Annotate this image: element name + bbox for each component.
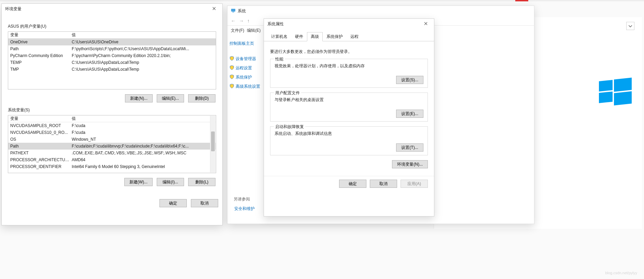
cancel-button[interactable]: 取消 (191, 199, 218, 207)
cell-var-value: F:\pycharm\PyCharm Community Edition 202… (70, 53, 216, 58)
tab-hardware[interactable]: 硬件 (291, 32, 307, 41)
svg-rect-1 (232, 12, 234, 12)
watermark-text: blog.csdn.net/pylyy (605, 271, 637, 275)
scrollbar[interactable] (210, 116, 215, 172)
cancel-button[interactable]: 取消 (370, 180, 397, 188)
cell-var-name: PROCESSOR_ARCHITECTURE (8, 157, 70, 162)
ok-button[interactable]: 确定 (159, 199, 187, 207)
cell-var-value: F:\python\Scripts\;F:\python\;C:\Users\A… (70, 46, 216, 51)
tab-computer-name[interactable]: 计算机名 (267, 32, 291, 41)
cell-var-name: Path (8, 144, 70, 149)
sidebar-link-device-manager[interactable]: 设备管理器 (229, 54, 263, 64)
user-edit-button[interactable]: 编辑(E)... (157, 94, 184, 102)
nav-up-button[interactable]: ↑ (247, 18, 250, 24)
table-header-row: 变量 值 (8, 32, 216, 39)
close-icon (212, 6, 216, 11)
cell-var-value: .COM;.EXE;.BAT;.CMD;.VBS;.VBE;.JS;.JSE;.… (70, 151, 216, 155)
cell-var-name: NVCUDASAMPLES10_0_RO... (8, 130, 70, 135)
close-button[interactable] (420, 20, 432, 28)
close-icon (424, 22, 428, 26)
table-row[interactable]: NVCUDASAMPLES10_0_RO...F:\cuda (8, 129, 216, 136)
dialog-title: 环境变量 (5, 6, 22, 12)
cell-var-value: Intel64 Family 6 Model 60 Stepping 3, Ge… (70, 164, 216, 169)
table-row[interactable]: TMPC:\Users\ASUS\AppData\Local\Temp (8, 66, 216, 73)
cell-var-value: AMD64 (70, 157, 216, 162)
tab-system-protection[interactable]: 系统保护 (323, 32, 347, 41)
user-delete-button[interactable]: 删除(D) (188, 94, 215, 102)
group-legend: 性能 (274, 56, 285, 62)
cell-var-value: C:\Users\ASUS\AppData\Local\Temp (70, 60, 216, 65)
user-profile-settings-button[interactable]: 设置(E)... (396, 110, 423, 118)
dropdown-button[interactable] (626, 22, 634, 30)
shield-icon (229, 65, 234, 71)
cell-var-name: TEMP (8, 60, 70, 65)
table-row[interactable]: OneDriveC:\Users\ASUS\OneDrive (8, 39, 216, 45)
dialog-button-row: 确定 取消 应用(A) (264, 176, 434, 191)
cell-var-name: OS (8, 137, 70, 142)
col-value-header[interactable]: 值 (70, 32, 216, 38)
col-name-header[interactable]: 变量 (8, 116, 70, 122)
window-title: 系统 (238, 8, 246, 14)
nav-forward-button[interactable]: → (239, 18, 244, 24)
table-row[interactable]: PROCESSOR_ARCHITECTUREAMD64 (8, 156, 216, 163)
group-desc: 视觉效果，处理器计划，内存使用，以及虚拟内存 (275, 63, 423, 69)
table-row[interactable]: PathF:\python\Scripts\;F:\python\;C:\Use… (8, 45, 216, 52)
col-name-header[interactable]: 变量 (8, 32, 70, 38)
group-legend: 启动和故障恢复 (274, 124, 305, 130)
system-vars-label: 系统变量(S) (8, 107, 216, 113)
system-new-button[interactable]: 新建(W)... (124, 178, 153, 186)
table-row[interactable]: PROCESSOR_IDENTIFIERIntel64 Family 6 Mod… (8, 163, 216, 170)
cell-var-name: PROCESSOR_IDENTIFIER (8, 164, 70, 169)
cell-var-name: NVCUDASAMPLES_ROOT (8, 123, 70, 128)
admin-note: 要进行大多数更改，您必须作为管理员登录。 (270, 49, 428, 55)
ok-button[interactable]: 确定 (339, 180, 366, 188)
cell-var-value: F:\cuda\bin;F:\cuda\libnvvp;F:\cuda\incl… (70, 144, 216, 149)
user-profile-group: 用户配置文件 与登录帐户相关的桌面设置 设置(E)... (270, 93, 428, 122)
apply-button[interactable]: 应用(A) (401, 180, 428, 188)
menu-file[interactable]: 文件(F) (231, 28, 244, 33)
sidebar-link-advanced-system-settings[interactable]: 高级系统设置 (229, 82, 263, 91)
shield-icon (229, 84, 234, 89)
system-delete-button[interactable]: 删除(L) (188, 178, 215, 186)
sidebar-link-system-protection[interactable]: 系统保护 (229, 73, 263, 82)
see-also-section: 另请参阅 安全和维护 (234, 196, 255, 213)
user-new-button[interactable]: 新建(N)... (125, 94, 153, 102)
system-properties-dialog: 系统属性 计算机名 硬件 高级 系统保护 远程 要进行大多数更改，您必须作为管理… (264, 18, 434, 217)
system-vars-table[interactable]: 变量 值 NVCUDASAMPLES_ROOTF:\cudaNVCUDASAMP… (8, 115, 216, 173)
computer-icon (231, 8, 236, 14)
cell-var-value: C:\Users\ASUS\AppData\Local\Temp (70, 67, 216, 72)
user-vars-label: ASUS 的用户变量(U) (8, 24, 216, 29)
environment-variables-dialog: 环境变量 ASUS 的用户变量(U) 变量 值 OneDriveC:\Users… (1, 3, 223, 225)
table-row[interactable]: PathF:\cuda\bin;F:\cuda\libnvvp;F:\cuda\… (8, 143, 216, 150)
dialog-title: 系统属性 (267, 21, 284, 27)
sidebar-home-link[interactable]: 控制面板主页 (229, 39, 263, 48)
cell-var-value: C:\Users\ASUS\OneDrive (70, 40, 216, 44)
system-edit-button[interactable]: 编辑(I)... (157, 178, 184, 186)
sidebar-link-remote-settings[interactable]: 远程设置 (229, 64, 263, 73)
user-vars-table[interactable]: 变量 值 OneDriveC:\Users\ASUS\OneDrivePathF… (8, 31, 216, 89)
table-header-row: 变量 值 (8, 115, 216, 122)
col-value-header[interactable]: 值 (70, 116, 216, 122)
startup-settings-button[interactable]: 设置(T)... (396, 143, 423, 152)
cell-var-name: TMP (8, 67, 70, 72)
see-also-link-security[interactable]: 安全和维护 (234, 204, 255, 213)
scrollbar-thumb[interactable] (211, 131, 215, 151)
top-strip (0, 0, 644, 1)
shield-icon (229, 74, 234, 80)
table-row[interactable]: OSWindows_NT (8, 136, 216, 143)
close-button[interactable] (208, 5, 220, 13)
table-row[interactable]: NVCUDASAMPLES_ROOTF:\cuda (8, 122, 216, 129)
table-row[interactable]: PyCharm Community EditionF:\pycharm\PyCh… (8, 52, 216, 59)
environment-variables-button[interactable]: 环境变量(N)... (392, 160, 428, 168)
cell-var-name: OneDrive (8, 40, 70, 44)
tab-remote[interactable]: 远程 (347, 32, 362, 41)
cell-var-name: PATHEXT (8, 151, 70, 155)
table-row[interactable]: PATHEXT.COM;.EXE;.BAT;.CMD;.VBS;.VBE;.JS… (8, 150, 216, 156)
tab-advanced[interactable]: 高级 (307, 32, 323, 41)
nav-back-button[interactable]: ← (231, 18, 236, 24)
sidebar: 控制面板主页 设备管理器 远程设置 系统保护 (227, 36, 265, 95)
svg-rect-0 (231, 9, 235, 11)
menu-edit[interactable]: 编辑(E) (247, 28, 261, 33)
table-row[interactable]: TEMPC:\Users\ASUS\AppData\Local\Temp (8, 59, 216, 66)
performance-settings-button[interactable]: 设置(S)... (396, 76, 423, 84)
